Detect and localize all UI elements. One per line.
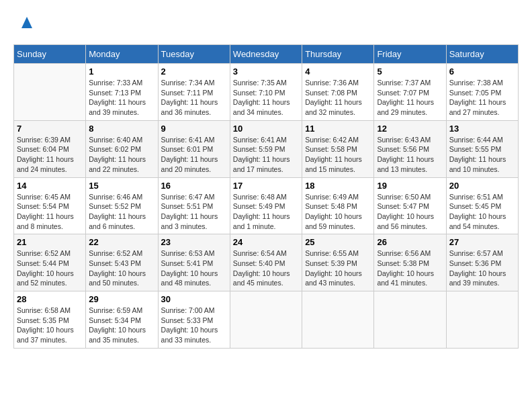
day-cell: 13Sunrise: 6:44 AMSunset: 5:55 PMDayligh… [446,120,518,177]
day-info: Sunrise: 7:37 AMSunset: 7:07 PMDaylight:… [377,78,443,118]
day-info: Sunrise: 6:47 AMSunset: 5:51 PMDaylight:… [161,192,227,232]
day-info: Sunrise: 6:52 AMSunset: 5:43 PMDaylight:… [89,248,154,288]
day-number: 24 [233,237,299,247]
day-info: Sunrise: 6:53 AMSunset: 5:41 PMDaylight:… [161,248,227,288]
day-cell: 29Sunrise: 6:59 AMSunset: 5:34 PMDayligh… [86,291,158,349]
day-info: Sunrise: 6:51 AMSunset: 5:45 PMDaylight:… [449,192,515,232]
day-cell: 26Sunrise: 6:56 AMSunset: 5:38 PMDayligh… [374,234,446,291]
day-number: 3 [233,66,299,77]
day-cell: 1Sunrise: 7:33 AMSunset: 7:13 PMDaylight… [86,64,158,121]
day-cell [302,291,374,349]
day-number: 10 [233,124,299,134]
day-cell [14,64,86,121]
day-cell: 4Sunrise: 7:36 AMSunset: 7:08 PMDaylight… [302,64,374,121]
day-cell: 18Sunrise: 6:49 AMSunset: 5:48 PMDayligh… [302,177,374,234]
day-cell: 22Sunrise: 6:52 AMSunset: 5:43 PMDayligh… [86,234,158,291]
day-header-sunday: Sunday [14,45,86,64]
day-cell: 11Sunrise: 6:42 AMSunset: 5:58 PMDayligh… [302,120,374,177]
day-info: Sunrise: 7:34 AMSunset: 7:11 PMDaylight:… [161,78,227,118]
day-number: 25 [305,237,371,247]
day-number: 15 [89,181,154,191]
day-number: 17 [233,181,299,191]
day-number: 7 [17,124,83,134]
day-number: 8 [89,124,154,134]
day-cell: 2Sunrise: 7:34 AMSunset: 7:11 PMDaylight… [158,64,230,121]
day-info: Sunrise: 7:00 AMSunset: 5:33 PMDaylight:… [161,306,227,345]
day-number: 14 [17,181,83,191]
day-number: 18 [305,181,371,191]
week-row-2: 7Sunrise: 6:39 AMSunset: 6:04 PMDaylight… [14,120,519,177]
day-cell: 24Sunrise: 6:54 AMSunset: 5:40 PMDayligh… [230,234,302,291]
day-cell: 14Sunrise: 6:45 AMSunset: 5:54 PMDayligh… [14,177,86,234]
day-cell: 5Sunrise: 7:37 AMSunset: 7:07 PMDaylight… [374,64,446,121]
day-number: 2 [161,66,227,77]
day-cell: 9Sunrise: 6:41 AMSunset: 6:01 PMDaylight… [158,120,230,177]
day-info: Sunrise: 6:59 AMSunset: 5:34 PMDaylight:… [89,306,154,345]
page-header [13,13,519,34]
day-info: Sunrise: 6:42 AMSunset: 5:58 PMDaylight:… [305,135,371,175]
day-info: Sunrise: 6:46 AMSunset: 5:52 PMDaylight:… [89,192,154,232]
week-row-4: 21Sunrise: 6:52 AMSunset: 5:44 PMDayligh… [14,234,519,291]
day-header-monday: Monday [86,45,158,64]
day-header-tuesday: Tuesday [158,45,230,64]
day-number: 11 [305,124,371,134]
day-number: 4 [305,66,371,77]
day-cell: 15Sunrise: 6:46 AMSunset: 5:52 PMDayligh… [86,177,158,234]
day-cell: 3Sunrise: 7:35 AMSunset: 7:10 PMDaylight… [230,64,302,121]
day-cell: 10Sunrise: 6:41 AMSunset: 5:59 PMDayligh… [230,120,302,177]
day-cell: 21Sunrise: 6:52 AMSunset: 5:44 PMDayligh… [14,234,86,291]
day-number: 5 [377,66,443,77]
day-number: 26 [377,237,443,247]
day-cell [446,291,518,349]
day-info: Sunrise: 6:41 AMSunset: 6:01 PMDaylight:… [161,135,227,175]
day-info: Sunrise: 7:38 AMSunset: 7:05 PMDaylight:… [449,78,515,118]
day-number: 16 [161,181,227,191]
day-info: Sunrise: 6:45 AMSunset: 5:54 PMDaylight:… [17,192,83,232]
day-number: 9 [161,124,227,134]
day-info: Sunrise: 6:52 AMSunset: 5:44 PMDaylight:… [17,248,83,288]
day-info: Sunrise: 6:40 AMSunset: 6:02 PMDaylight:… [89,135,154,175]
day-number: 27 [449,237,515,247]
day-cell: 19Sunrise: 6:50 AMSunset: 5:47 PMDayligh… [374,177,446,234]
day-cell [230,291,302,349]
day-info: Sunrise: 6:39 AMSunset: 6:04 PMDaylight:… [17,135,83,175]
day-cell: 28Sunrise: 6:58 AMSunset: 5:35 PMDayligh… [14,291,86,349]
day-cell: 12Sunrise: 6:43 AMSunset: 5:56 PMDayligh… [374,120,446,177]
day-info: Sunrise: 7:33 AMSunset: 7:13 PMDaylight:… [89,78,154,118]
day-cell [374,291,446,349]
day-cell: 25Sunrise: 6:55 AMSunset: 5:39 PMDayligh… [302,234,374,291]
day-cell: 27Sunrise: 6:57 AMSunset: 5:36 PMDayligh… [446,234,518,291]
day-info: Sunrise: 6:55 AMSunset: 5:39 PMDaylight:… [305,248,371,288]
day-cell: 20Sunrise: 6:51 AMSunset: 5:45 PMDayligh… [446,177,518,234]
svg-marker-0 [21,17,32,28]
day-info: Sunrise: 6:43 AMSunset: 5:56 PMDaylight:… [377,135,443,175]
day-header-friday: Friday [374,45,446,64]
day-cell: 7Sunrise: 6:39 AMSunset: 6:04 PMDaylight… [14,120,86,177]
day-info: Sunrise: 6:57 AMSunset: 5:36 PMDaylight:… [449,248,515,288]
day-number: 30 [161,294,227,304]
day-info: Sunrise: 6:58 AMSunset: 5:35 PMDaylight:… [17,306,83,345]
day-cell: 16Sunrise: 6:47 AMSunset: 5:51 PMDayligh… [158,177,230,234]
day-info: Sunrise: 7:36 AMSunset: 7:08 PMDaylight:… [305,78,371,118]
day-number: 6 [449,66,515,77]
calendar-header-row: SundayMondayTuesdayWednesdayThursdayFrid… [14,45,519,64]
day-info: Sunrise: 6:50 AMSunset: 5:47 PMDaylight:… [377,192,443,232]
calendar-table: SundayMondayTuesdayWednesdayThursdayFrid… [13,44,519,349]
day-number: 1 [89,66,154,77]
day-info: Sunrise: 6:44 AMSunset: 5:55 PMDaylight:… [449,135,515,175]
day-number: 22 [89,237,154,247]
week-row-1: 1Sunrise: 7:33 AMSunset: 7:13 PMDaylight… [14,64,519,121]
day-cell: 23Sunrise: 6:53 AMSunset: 5:41 PMDayligh… [158,234,230,291]
day-info: Sunrise: 6:56 AMSunset: 5:38 PMDaylight:… [377,248,443,288]
day-number: 23 [161,237,227,247]
logo-icon [13,13,34,34]
day-info: Sunrise: 6:41 AMSunset: 5:59 PMDaylight:… [233,135,299,175]
day-number: 12 [377,124,443,134]
day-cell: 6Sunrise: 7:38 AMSunset: 7:05 PMDaylight… [446,64,518,121]
logo [13,13,36,34]
day-info: Sunrise: 6:54 AMSunset: 5:40 PMDaylight:… [233,248,299,288]
day-header-wednesday: Wednesday [230,45,302,64]
day-number: 13 [449,124,515,134]
day-number: 29 [89,294,154,304]
day-info: Sunrise: 6:48 AMSunset: 5:49 PMDaylight:… [233,192,299,232]
